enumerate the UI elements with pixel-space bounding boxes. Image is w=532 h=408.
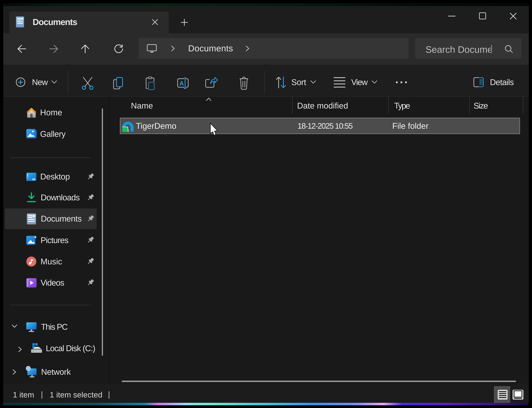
svg-text:A: A	[179, 80, 184, 87]
